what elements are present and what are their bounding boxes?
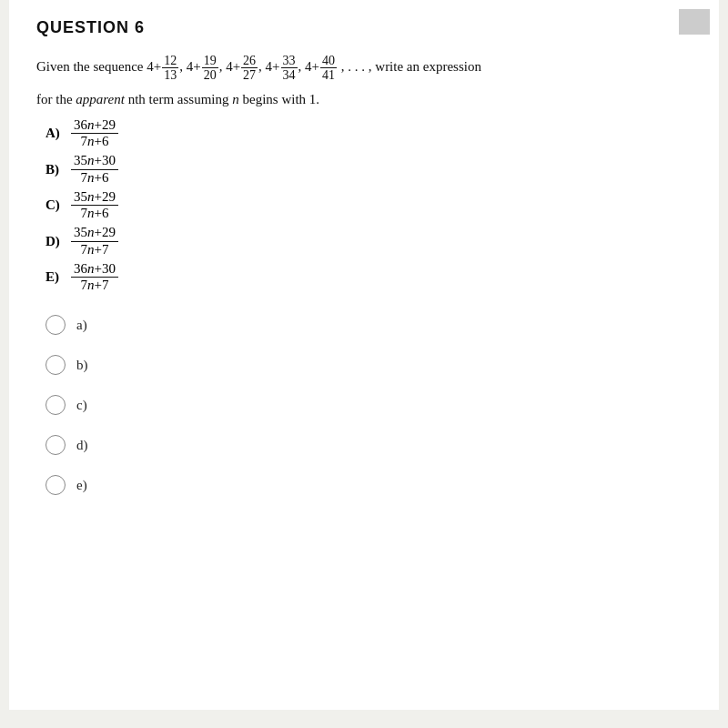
choice-b-num: 35n+30 — [71, 153, 118, 169]
radio-option-c[interactable]: c) — [46, 395, 692, 415]
fraction-3: 2627 — [241, 54, 258, 83]
radio-option-b[interactable]: b) — [46, 355, 692, 375]
choice-a-den: 7n+6 — [78, 134, 112, 149]
seq-term-1: 4+1213, — [147, 59, 186, 74]
fraction-4: 3334 — [281, 54, 298, 83]
choice-a-fraction: 36n+29 7n+6 — [71, 117, 118, 150]
choice-c: C) 35n+29 7n+6 — [46, 189, 692, 222]
question-title: QUESTION 6 — [36, 18, 692, 37]
seq-term-2: 4+1920, — [187, 59, 226, 74]
choice-d-num: 35n+29 — [71, 225, 118, 241]
radio-label-c: c) — [76, 398, 87, 413]
choices-container: A) 36n+29 7n+6 B) 35n+30 7n+6 C) 35n+29 … — [46, 117, 692, 294]
choice-d-label: D) — [46, 234, 71, 249]
choice-c-fraction: 35n+29 7n+6 — [71, 189, 118, 222]
fraction-2: 1920 — [202, 54, 218, 83]
fraction-1: 1213 — [162, 54, 178, 83]
page: QUESTION 6 Given the sequence 4+1213, 4+… — [9, 0, 719, 710]
radio-option-e[interactable]: e) — [46, 475, 692, 495]
line2-part1: for the — [36, 92, 76, 106]
line2-n: n — [232, 92, 239, 106]
frac2-den: 20 — [202, 68, 218, 82]
frac4-num: 33 — [281, 54, 298, 68]
frac4-den: 34 — [281, 68, 298, 82]
choice-c-den: 7n+6 — [78, 206, 112, 221]
intro-text: Given the sequence — [36, 59, 143, 74]
radio-circle-b[interactable] — [46, 355, 66, 375]
seq-term-5: 4+4041 — [305, 59, 341, 74]
seq-whole-1: 4+ — [147, 59, 161, 74]
radio-circle-c[interactable] — [46, 395, 66, 415]
frac1-num: 12 — [162, 54, 178, 68]
choice-b-fraction: 35n+30 7n+6 — [71, 153, 118, 186]
question-text-line2: for the apparent nth term assuming n beg… — [36, 88, 692, 110]
choice-c-num: 35n+29 — [71, 189, 118, 206]
top-right-button[interactable] — [679, 9, 710, 35]
write-expression-text: write an expression — [375, 59, 481, 74]
choice-d: D) 35n+29 7n+7 — [46, 225, 692, 258]
radio-label-a: a) — [76, 318, 87, 333]
choice-e: E) 36n+30 7n+7 — [46, 261, 692, 294]
radio-option-a[interactable]: a) — [46, 315, 692, 335]
choice-e-num: 36n+30 — [71, 261, 118, 278]
radio-circle-e[interactable] — [46, 475, 66, 495]
line2-apparent: apparent — [76, 92, 125, 106]
frac5-den: 41 — [320, 68, 337, 82]
seq-term-3: 4+2627, — [226, 59, 265, 74]
choice-e-den: 7n+7 — [78, 278, 112, 293]
choice-b: B) 35n+30 7n+6 — [46, 153, 692, 186]
choice-a: A) 36n+29 7n+6 — [46, 117, 692, 150]
seq-term-4: 4+3334, — [266, 59, 305, 74]
radio-circle-d[interactable] — [46, 435, 66, 455]
radio-label-d: d) — [76, 438, 88, 453]
sequence-dots: , . . . , — [341, 59, 372, 74]
frac1-den: 13 — [162, 68, 178, 82]
question-text-line1: Given the sequence 4+1213, 4+1920, 4+262… — [36, 54, 692, 83]
choice-d-fraction: 35n+29 7n+7 — [71, 225, 118, 258]
choice-e-label: E) — [46, 269, 71, 285]
choice-b-den: 7n+6 — [78, 170, 112, 186]
radio-circle-a[interactable] — [46, 315, 66, 335]
line2-part3: begins with 1. — [239, 92, 319, 106]
frac2-num: 19 — [202, 54, 218, 68]
fraction-5: 4041 — [320, 54, 337, 83]
choice-a-label: A) — [46, 126, 71, 141]
frac3-den: 27 — [241, 68, 258, 82]
frac3-num: 26 — [241, 54, 258, 68]
choice-a-num: 36n+29 — [71, 117, 118, 134]
frac5-num: 40 — [320, 54, 337, 68]
radio-options-container: a) b) c) d) e) — [46, 315, 692, 495]
line2-part2: nth term assuming — [125, 92, 232, 106]
choice-c-label: C) — [46, 197, 71, 213]
choice-d-den: 7n+7 — [78, 242, 112, 258]
radio-label-b: b) — [76, 358, 88, 373]
radio-option-d[interactable]: d) — [46, 435, 692, 455]
radio-label-e: e) — [76, 478, 87, 493]
choice-b-label: B) — [46, 162, 71, 177]
choice-e-fraction: 36n+30 7n+7 — [71, 261, 118, 294]
